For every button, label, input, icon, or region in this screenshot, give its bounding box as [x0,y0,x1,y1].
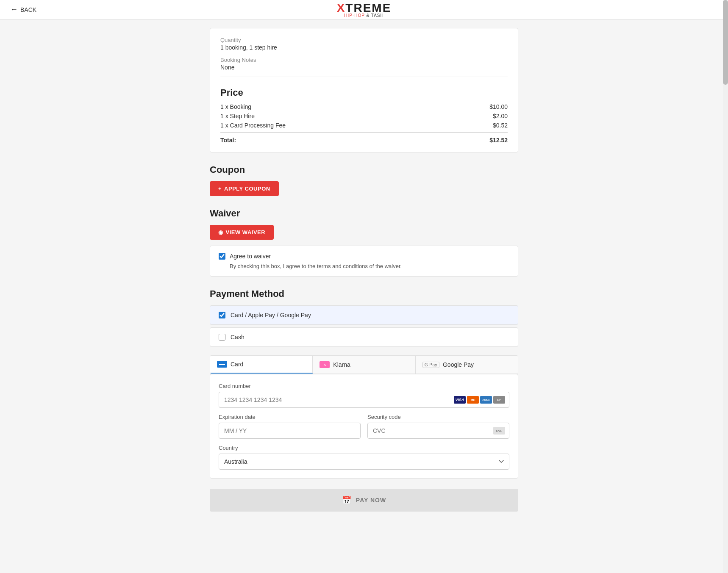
price-item-1-label: 1 x Booking [220,103,251,110]
unionpay-icon: UP [493,396,505,404]
price-total-row: Total: $12.52 [220,132,508,144]
waiver-agree-label[interactable]: Agree to waiver [230,253,271,260]
total-amount: $12.52 [489,137,508,144]
payment-option-card[interactable]: Card / Apple Pay / Google Pay [210,305,518,325]
tab-klarna[interactable]: K Klarna [313,356,415,374]
cvc-icon: CVC [493,427,505,435]
tab-googlepay[interactable]: G Pay Google Pay [416,356,518,374]
price-item-3-amount: $0.52 [493,122,508,129]
card-number-label: Card number [219,383,509,389]
expiry-input[interactable] [219,423,361,439]
scrollbar-track[interactable] [723,0,728,529]
card-number-wrapper: VISA MC AMEX UP [219,392,509,408]
view-waiver-label: VIEW WAIVER [226,229,266,235]
apply-coupon-label: APPLY COUPON [224,185,270,192]
price-item-2-amount: $2.00 [493,113,508,119]
expiry-security-row: Expiration date Security code CVC [219,414,509,439]
price-title: Price [220,87,508,98]
tab-googlepay-label: Google Pay [443,361,474,368]
card-number-row: Card number VISA MC AMEX UP [219,383,509,408]
amex-icon: AMEX [480,396,492,404]
back-label: BACK [20,6,36,13]
payment-card-label[interactable]: Card / Apple Pay / Google Pay [231,312,311,318]
total-label: Total: [220,137,236,144]
payment-cash-label[interactable]: Cash [231,334,245,340]
card-form: Card number VISA MC AMEX UP Expiration d [210,374,518,479]
eye-icon: ◉ [218,229,223,235]
payment-method-title: Payment Method [210,288,518,299]
payment-method-section: Payment Method Card / Apple Pay / Google… [210,288,518,512]
price-row-3: 1 x Card Processing Fee $0.52 [220,122,508,129]
back-button[interactable]: ← BACK [10,5,36,14]
quantity-label: Quantity [220,37,508,43]
pay-now-button[interactable]: 📅 PAY NOW [210,489,518,512]
divider [220,77,508,77]
view-waiver-button[interactable]: ◉ VIEW WAIVER [210,225,274,240]
waiver-checkbox[interactable] [219,253,225,260]
card-tab-icon [217,361,227,368]
price-item-2-label: 1 x Step Hire [220,113,255,119]
waiver-note: By checking this box, I agree to the ter… [219,263,509,269]
price-item-3-label: 1 x Card Processing Fee [220,122,286,129]
waiver-title: Waiver [210,208,518,219]
security-input[interactable] [367,423,509,439]
tab-klarna-label: Klarna [333,361,350,368]
logo: XTREME HIP-HOP & TASH [337,1,392,18]
logo-rest: TREME [345,1,391,14]
visa-icon: VISA [454,396,466,404]
logo-sub: HIP-HOP & TASH [337,13,392,18]
payment-option-cash[interactable]: Cash [210,327,518,347]
notes-value: None [220,64,508,71]
tab-card-label: Card [231,361,243,368]
mastercard-icon: MC [467,396,479,404]
quantity-value: 1 booking, 1 step hire [220,44,508,51]
waiver-agreement-box: Agree to waiver By checking this box, I … [210,246,518,277]
security-wrapper: CVC [367,423,509,439]
payment-tabs: Card K Klarna G Pay Google Pay [210,355,518,374]
apply-coupon-button[interactable]: + APPLY COUPON [210,181,279,196]
payment-card-checkbox[interactable] [219,312,225,318]
notes-label: Booking Notes [220,57,508,63]
country-label: Country [219,445,509,451]
gpay-icon: G Pay [422,362,439,368]
klarna-icon: K [320,361,330,368]
logo-x: X [337,1,346,14]
waiver-checkbox-row: Agree to waiver [219,253,509,260]
card-number-group: Card number VISA MC AMEX UP [219,383,509,408]
price-row-2: 1 x Step Hire $2.00 [220,113,508,119]
expiry-label: Expiration date [219,414,361,420]
price-item-1-amount: $10.00 [489,103,508,110]
security-group: Security code CVC [367,414,509,439]
pay-now-label: PAY NOW [356,497,386,504]
page-content: Quantity 1 booking, 1 step hire Booking … [203,28,525,529]
coupon-section: Coupon + APPLY COUPON [210,164,518,196]
security-label: Security code [367,414,509,420]
tab-card[interactable]: Card [210,356,313,374]
plus-icon: + [218,185,222,192]
scrollbar-thumb[interactable] [723,0,728,85]
payment-cash-checkbox[interactable] [219,334,225,340]
header: ← BACK XTREME HIP-HOP & TASH [0,0,728,19]
country-group: Country Australia New Zealand United Sta… [219,445,509,470]
expiry-group: Expiration date [219,414,361,439]
price-row-1: 1 x Booking $10.00 [220,103,508,110]
coupon-title: Coupon [210,164,518,175]
waiver-section: Waiver ◉ VIEW WAIVER Agree to waiver By … [210,208,518,277]
country-select[interactable]: Australia New Zealand United States Unit… [219,454,509,470]
back-arrow-icon: ← [10,5,18,14]
summary-card: Quantity 1 booking, 1 step hire Booking … [210,28,518,152]
calendar-icon: 📅 [342,495,352,505]
card-brand-icons: VISA MC AMEX UP [454,396,505,404]
country-row: Country Australia New Zealand United Sta… [219,445,509,470]
